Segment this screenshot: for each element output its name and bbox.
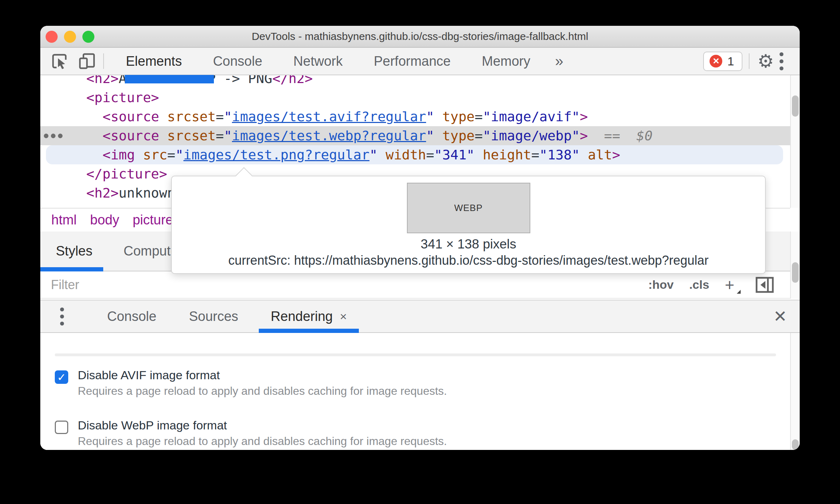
drawer-scrollbar[interactable] [790, 333, 800, 450]
scrollbar-thumb[interactable] [792, 439, 799, 450]
disable-webp-description: Requires a page reload to apply and disa… [78, 433, 447, 449]
error-icon: ✕ [710, 55, 722, 68]
tab-console[interactable]: Console [197, 48, 278, 75]
drawer-tab-sources[interactable]: Sources [173, 300, 254, 332]
plus-icon: + [725, 276, 734, 294]
toggle-device-toolbar-icon[interactable] [77, 51, 97, 71]
drawer-tab-rendering[interactable]: Rendering × [255, 300, 363, 332]
close-drawer-icon[interactable]: ✕ [773, 307, 787, 326]
image-preview-label: WEBP [454, 203, 483, 213]
styles-scrollbar[interactable] [790, 232, 800, 299]
devtools-toolbar: Elements Console Network Performance Mem… [40, 48, 800, 75]
tab-performance[interactable]: Performance [358, 48, 466, 75]
disable-avif-checkbox[interactable]: ✓ [55, 370, 68, 384]
overflow-dots-icon[interactable] [44, 126, 63, 145]
scrollbar-thumb[interactable] [792, 262, 799, 283]
disable-avif-label[interactable]: Disable AVIF image format [78, 367, 447, 383]
elements-scrollbar[interactable] [790, 75, 800, 208]
drawer-menu-kebab-icon[interactable] [56, 307, 68, 326]
more-tabs-icon[interactable]: » [546, 53, 572, 70]
tab-styles[interactable]: Styles [40, 232, 108, 271]
more-options-kebab-icon[interactable] [775, 52, 788, 70]
code-line[interactable]: <source srcset="images/test.avif?regular… [40, 107, 790, 126]
devtools-window: DevTools - mathiasbynens.github.io/css-d… [40, 26, 800, 450]
breadcrumb-html[interactable]: html [51, 212, 77, 228]
elements-tab-underline [125, 75, 214, 83]
breadcrumb-picture[interactable]: picture [133, 212, 173, 228]
image-preview-tooltip: WEBP 341 × 138 pixels currentSrc: https:… [171, 176, 766, 274]
disable-webp-row: Disable WebP image format Requires a pag… [55, 417, 790, 449]
tab-styles-label: Styles [56, 244, 92, 259]
titlebar: DevTools - mathiasbynens.github.io/css-d… [40, 26, 800, 48]
tab-network[interactable]: Network [278, 48, 358, 75]
section-divider [55, 353, 776, 356]
error-count: 1 [727, 54, 734, 68]
code-line[interactable]: <img src="images/test.png?regular" width… [46, 145, 783, 164]
inspect-element-icon[interactable] [49, 51, 69, 71]
close-rendering-tab-icon[interactable]: × [340, 310, 347, 323]
disable-avif-row: ✓ Disable AVIF image format Requires a p… [55, 367, 790, 399]
drawer-tabbar: Console Sources Rendering × ✕ [40, 300, 800, 333]
drawer-tab-sources-label: Sources [189, 309, 238, 324]
styles-tab-underline [40, 267, 103, 271]
toolbar-separator [749, 53, 749, 69]
panel-tabs: Elements Console Network Performance Mem… [110, 48, 572, 75]
styles-filter-row: :hov .cls + [40, 271, 790, 299]
scrollbar-thumb[interactable] [792, 95, 799, 117]
code-line[interactable]: <picture> [40, 88, 790, 107]
rendering-panel: ✓ Disable AVIF image format Requires a p… [40, 333, 790, 450]
drawer-tab-rendering-label: Rendering [271, 309, 333, 324]
tab-elements[interactable]: Elements [110, 48, 197, 75]
toolbar-separator [103, 53, 104, 69]
show-sidebar-icon[interactable] [756, 277, 774, 293]
drawer-tab-console[interactable]: Console [91, 300, 173, 332]
image-current-src: currentSrc: https://mathiasbynens.github… [172, 252, 765, 269]
disable-webp-label[interactable]: Disable WebP image format [78, 417, 447, 433]
disable-avif-description: Requires a page reload to apply and disa… [78, 383, 447, 399]
settings-gear-icon[interactable]: ⚙ [757, 52, 774, 70]
breadcrumb-body[interactable]: body [90, 212, 119, 228]
toggle-hover-state-button[interactable]: :hov [648, 278, 674, 292]
drawer-tab-console-label: Console [107, 309, 156, 324]
image-dimensions: 341 × 138 pixels [172, 236, 765, 252]
rendering-tab-underline [259, 329, 359, 333]
disable-webp-checkbox[interactable] [55, 421, 68, 434]
toggle-class-button[interactable]: .cls [689, 278, 709, 292]
new-style-rule-button[interactable]: + [725, 275, 740, 294]
styles-filter-input[interactable] [40, 277, 252, 292]
error-badge[interactable]: ✕ 1 [703, 52, 742, 71]
code-line[interactable]: <source srcset="images/test.webp?regular… [40, 126, 790, 145]
window-title: DevTools - mathiasbynens.github.io/css-d… [40, 26, 800, 47]
image-preview-thumbnail: WEBP [407, 183, 530, 233]
tab-memory[interactable]: Memory [466, 48, 546, 75]
